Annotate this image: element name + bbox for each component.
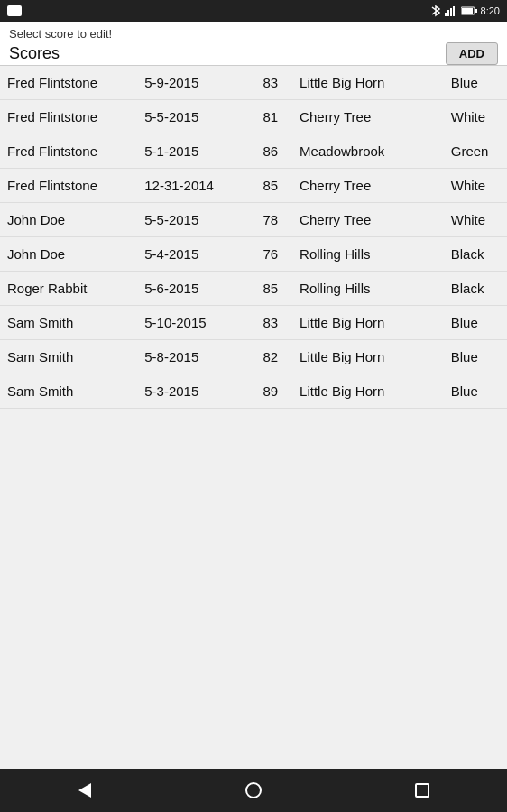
course-cell: Rolling Hills <box>285 272 444 306</box>
date-cell: 5-4-2015 <box>137 237 243 272</box>
date-cell: 5-9-2015 <box>137 66 243 100</box>
svg-rect-2 <box>450 8 452 16</box>
svg-rect-5 <box>462 8 473 14</box>
score-cell: 85 <box>243 169 285 203</box>
score-cell: 83 <box>243 66 285 100</box>
date-cell: 5-8-2015 <box>137 340 243 374</box>
course-cell: Little Big Horn <box>285 340 444 374</box>
player-name-cell: Sam Smith <box>0 374 137 409</box>
color-cell: White <box>444 203 507 237</box>
app-icon <box>7 5 22 16</box>
app-header: Select score to edit! Scores ADD <box>0 22 507 66</box>
course-cell: Little Big Horn <box>285 374 444 409</box>
table-row[interactable]: Fred Flintstone5-9-201583Little Big Horn… <box>0 66 507 100</box>
home-button[interactable] <box>235 772 272 808</box>
status-bar: 8:20 <box>0 0 507 22</box>
course-cell: Cherry Tree <box>285 203 444 237</box>
score-cell: 82 <box>243 340 285 374</box>
bluetooth-icon <box>430 5 441 17</box>
add-button[interactable]: ADD <box>446 42 498 65</box>
svg-rect-0 <box>445 13 447 16</box>
course-cell: Meadowbrook <box>285 134 444 169</box>
score-cell: 83 <box>243 306 285 340</box>
status-icons: 8:20 <box>430 5 500 17</box>
back-button[interactable] <box>67 772 103 808</box>
course-cell: Cherry Tree <box>285 169 444 203</box>
player-name-cell: Fred Flintstone <box>0 134 137 169</box>
course-cell: Little Big Horn <box>285 306 444 340</box>
svg-rect-1 <box>447 10 449 16</box>
color-cell: Blue <box>444 374 507 409</box>
table-row[interactable]: John Doe5-4-201576Rolling HillsBlack <box>0 237 507 272</box>
date-cell: 5-1-2015 <box>137 134 243 169</box>
player-name-cell: Sam Smith <box>0 340 137 374</box>
score-cell: 89 <box>243 374 285 409</box>
color-cell: Blue <box>444 340 507 374</box>
player-name-cell: Fred Flintstone <box>0 66 137 100</box>
player-name-cell: Sam Smith <box>0 306 137 340</box>
select-score-text: Select score to edit! <box>9 27 498 41</box>
color-cell: Green <box>444 134 507 169</box>
nav-bar <box>0 769 507 812</box>
svg-rect-3 <box>453 6 455 16</box>
recents-button[interactable] <box>404 772 440 808</box>
date-cell: 5-5-2015 <box>137 203 243 237</box>
signal-icon <box>445 5 457 16</box>
score-cell: 85 <box>243 272 285 306</box>
table-row[interactable]: Roger Rabbit5-6-201585Rolling HillsBlack <box>0 272 507 306</box>
score-cell: 78 <box>243 203 285 237</box>
back-triangle-icon <box>78 783 91 798</box>
battery-icon <box>461 6 477 15</box>
date-cell: 5-5-2015 <box>137 100 243 134</box>
scores-table: Fred Flintstone5-9-201583Little Big Horn… <box>0 66 507 409</box>
date-cell: 5-3-2015 <box>137 374 243 409</box>
recents-square-icon <box>415 783 429 798</box>
player-name-cell: Fred Flintstone <box>0 100 137 134</box>
svg-rect-6 <box>475 9 477 13</box>
score-cell: 76 <box>243 237 285 272</box>
player-name-cell: Fred Flintstone <box>0 169 137 203</box>
color-cell: White <box>444 100 507 134</box>
date-cell: 5-10-2015 <box>137 306 243 340</box>
table-row[interactable]: John Doe5-5-201578Cherry TreeWhite <box>0 203 507 237</box>
color-cell: Black <box>444 237 507 272</box>
table-row[interactable]: Fred Flintstone5-5-201581Cherry TreeWhit… <box>0 100 507 134</box>
table-row[interactable]: Sam Smith5-3-201589Little Big HornBlue <box>0 374 507 409</box>
score-cell: 86 <box>243 134 285 169</box>
table-row[interactable]: Sam Smith5-8-201582Little Big HornBlue <box>0 340 507 374</box>
course-cell: Cherry Tree <box>285 100 444 134</box>
time-display: 8:20 <box>481 5 500 16</box>
date-cell: 12-31-2014 <box>137 169 243 203</box>
color-cell: Blue <box>444 66 507 100</box>
scores-table-container: Fred Flintstone5-9-201583Little Big Horn… <box>0 66 507 769</box>
course-cell: Rolling Hills <box>285 237 444 272</box>
table-row[interactable]: Fred Flintstone12-31-201485Cherry TreeWh… <box>0 169 507 203</box>
player-name-cell: John Doe <box>0 203 137 237</box>
table-row[interactable]: Sam Smith5-10-201583Little Big HornBlue <box>0 306 507 340</box>
scores-label: Scores <box>9 44 60 63</box>
date-cell: 5-6-2015 <box>137 272 243 306</box>
table-row[interactable]: Fred Flintstone5-1-201586MeadowbrookGree… <box>0 134 507 169</box>
player-name-cell: Roger Rabbit <box>0 272 137 306</box>
color-cell: Blue <box>444 306 507 340</box>
color-cell: Black <box>444 272 507 306</box>
course-cell: Little Big Horn <box>285 66 444 100</box>
player-name-cell: John Doe <box>0 237 137 272</box>
color-cell: White <box>444 169 507 203</box>
home-circle-icon <box>245 782 262 798</box>
score-cell: 81 <box>243 100 285 134</box>
